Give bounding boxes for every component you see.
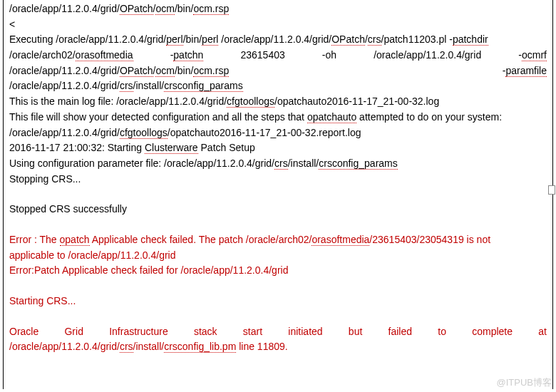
- log-line: /oracle/app/11.2.0.4/grid/crs/install/cr…: [9, 78, 547, 94]
- log-line: /oracle/app/11.2.0.4/grid/OPatch/ocm/bin…: [9, 63, 547, 79]
- blank-line: [9, 309, 547, 324]
- log-line: Executing /oracle/app/11.2.0.4/grid/perl…: [9, 32, 547, 48]
- log-line: This file will show your detected config…: [9, 110, 547, 125]
- log-line: /oracle/arch02/orasoftmedia -patchn 2361…: [9, 48, 547, 63]
- document-page: /oracle/app/11.2.0.4/grid/OPatch/ocm/bin…: [3, 0, 553, 389]
- error-line: /oracle/app/11.2.0.4/grid/crs/install/cr…: [9, 339, 547, 355]
- blank-line: [9, 279, 547, 294]
- log-line: This is the main log file: /oracle/app/1…: [9, 94, 547, 110]
- error-line: Error : The opatch Applicable check fail…: [9, 232, 547, 248]
- error-line: applicable to /oracle/app/11.2.0.4/grid: [9, 248, 547, 264]
- log-line: /oracle/app/11.2.0.4/grid/OPatch/ocm/bin…: [9, 1, 547, 17]
- blank-line: [9, 217, 547, 232]
- log-line: <: [9, 17, 547, 33]
- log-line: /oracle/app/11.2.0.4/grid/cfgtoollogs/op…: [9, 125, 547, 141]
- error-line: Error:Patch Applicable check failed for …: [9, 263, 547, 279]
- blank-line: [9, 187, 547, 202]
- error-line: Oracle Grid Infrastructure stack start i…: [9, 324, 547, 340]
- split-handle-icon[interactable]: [548, 185, 555, 195]
- log-line: 2016-11-17 21:00:32: Starting Clusterwar…: [9, 140, 547, 156]
- log-line: Using configuration parameter file: /ora…: [9, 156, 547, 172]
- log-line: Stopping CRS...: [9, 172, 547, 187]
- error-line: Starting CRS...: [9, 294, 547, 309]
- log-line: Stopped CRS successfully: [9, 202, 547, 217]
